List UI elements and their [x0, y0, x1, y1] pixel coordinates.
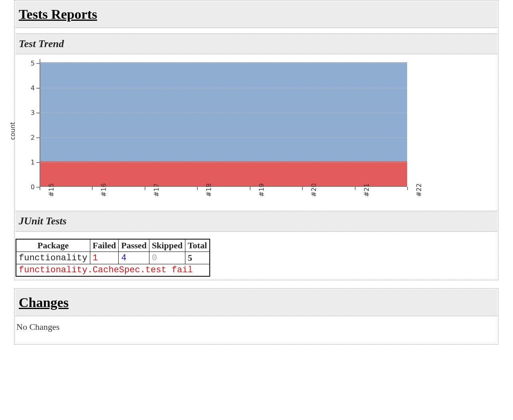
chart-area-passed	[40, 62, 407, 161]
changes-body: No Changes	[16, 316, 497, 343]
tests-reports-header: Tests Reports	[16, 1, 497, 28]
cell-passed: 4	[119, 252, 149, 264]
cell-failed: 1	[90, 252, 119, 264]
ytick-label: 5	[28, 59, 35, 67]
tests-reports-title-link[interactable]: Tests Reports	[19, 7, 97, 22]
changes-header: Changes	[16, 289, 497, 316]
test-trend-title: Test Trend	[19, 38, 494, 50]
col-total: Total	[185, 239, 210, 252]
junit-header: JUnit Tests	[16, 211, 497, 232]
test-trend-header: Test Trend	[16, 34, 497, 54]
xtick-label: #18	[197, 183, 213, 197]
cell-total: 5	[185, 252, 210, 264]
failure-text: functionality.CacheSpec.test fail	[16, 264, 210, 277]
xtick-label: #22	[407, 183, 423, 197]
failure-row: functionality.CacheSpec.test fail	[16, 264, 210, 277]
ytick-label: 3	[28, 109, 35, 117]
table-row: functionality 1 4 0 5	[16, 252, 210, 264]
chart-ylabel: count	[9, 122, 16, 140]
ytick-label: 1	[28, 158, 35, 166]
xtick-label: #17	[145, 183, 160, 197]
col-package: Package	[16, 239, 90, 252]
changes-title-link[interactable]: Changes	[19, 295, 69, 310]
col-failed: Failed	[90, 239, 119, 252]
test-trend-chart: count 012345 #15#16#17#18#19#20#21#22	[16, 59, 497, 203]
junit-title: JUnit Tests	[19, 215, 494, 227]
col-passed: Passed	[119, 239, 149, 252]
ytick-label: 2	[28, 134, 35, 141]
tests-reports-section: Tests Reports Test Trend count 012345 #1…	[14, 0, 499, 280]
xtick-label: #16	[92, 183, 107, 197]
cell-skipped: 0	[149, 252, 185, 264]
xtick-label: #20	[302, 183, 318, 197]
chart-area-failed	[40, 161, 407, 186]
xtick-label: #15	[40, 183, 55, 197]
junit-table: Package Failed Passed Skipped Total func…	[16, 239, 210, 277]
ytick-label: 4	[28, 84, 35, 92]
col-skipped: Skipped	[149, 239, 185, 252]
changes-section: Changes No Changes	[14, 288, 499, 345]
xtick-label: #19	[250, 183, 265, 197]
ytick-label: 0	[28, 183, 35, 191]
junit-header-row: Package Failed Passed Skipped Total	[16, 239, 210, 252]
cell-package: functionality	[16, 252, 90, 264]
xtick-label: #21	[355, 183, 370, 197]
